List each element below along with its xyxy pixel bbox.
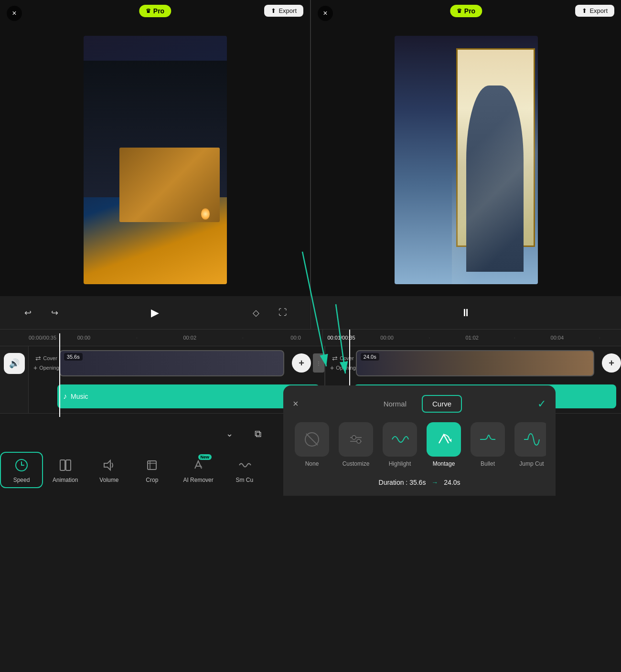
duration-result: 24.0s bbox=[444, 479, 460, 486]
volume-icon bbox=[100, 457, 118, 474]
keyframe-button[interactable]: ◇ bbox=[247, 304, 265, 321]
speed-option-customize[interactable]: Customize bbox=[337, 422, 375, 467]
chevron-down-icon[interactable]: ⌄ bbox=[223, 427, 236, 440]
duration-label: Duration : 35.6s bbox=[379, 479, 426, 486]
clip-duration-left: 35.6s bbox=[64, 353, 83, 361]
close-button-right[interactable]: × bbox=[318, 6, 333, 21]
ruler-left: 00:00/00:35 00:00 · 00:02 · 00:0 bbox=[0, 330, 323, 346]
video-track-left: ⇄ Cover + Opening 35.6s bbox=[29, 346, 324, 380]
music-note-icon-left: ♪ bbox=[63, 392, 67, 401]
tool-sm-cu[interactable]: Sm Cu bbox=[223, 453, 266, 487]
controls-right-group: ◇ ⛶ bbox=[247, 304, 291, 321]
tool-ai-remover[interactable]: New AI Remover bbox=[173, 453, 223, 487]
customize-option-icon bbox=[339, 422, 373, 457]
timecode-left: 00:00/00:35 bbox=[29, 335, 57, 341]
speed-options: None Customize bbox=[293, 422, 546, 471]
video-clip-right[interactable]: 24.0s bbox=[356, 350, 594, 376]
ruler-mark-r2: 01:02 bbox=[451, 335, 493, 341]
music-track-left: ♪ Music bbox=[29, 380, 324, 413]
timeline-left-controls: 🔊 bbox=[0, 346, 29, 413]
speed-option-bullet[interactable]: Bullet bbox=[469, 422, 507, 467]
crop-label: Crop bbox=[146, 477, 158, 483]
jump-cut-option-icon bbox=[514, 422, 546, 457]
export-button-left[interactable]: ⬆ Export bbox=[264, 5, 303, 17]
speed-duration-info: Duration : 35.6s → 24.0s bbox=[293, 479, 546, 486]
crown-icon-left: ♛ bbox=[146, 8, 151, 14]
highlight-option-icon bbox=[383, 422, 417, 457]
montage-option-icon bbox=[427, 422, 461, 457]
pro-button-right[interactable]: ♛ Pro bbox=[450, 5, 482, 17]
playhead-left bbox=[59, 333, 60, 417]
cover-btn-left[interactable]: ⇄ Cover bbox=[35, 354, 57, 362]
svg-rect-2 bbox=[66, 460, 71, 470]
speaker-button[interactable]: 🔊 bbox=[4, 353, 25, 374]
export-button-right[interactable]: ⬆ Export bbox=[575, 5, 614, 17]
controls-bar-wrapper: ↩ ↪ ▶ ◇ ⛶ ⏸ bbox=[0, 296, 621, 330]
speed-confirm-button[interactable]: ✓ bbox=[537, 398, 546, 410]
add-clip-button-left[interactable]: + bbox=[292, 353, 311, 373]
tool-volume[interactable]: Volume bbox=[87, 453, 130, 487]
jump-cut-option-label: Jump Cut bbox=[519, 460, 544, 467]
music-clip-left[interactable]: ♪ Music bbox=[57, 384, 320, 408]
ruler-right: 00:01/00:35 00:00 · 01:02 · 00:04 · bbox=[323, 330, 621, 346]
opening-btn-left[interactable]: + Opening bbox=[33, 364, 59, 372]
svg-marker-3 bbox=[104, 460, 110, 470]
video-clip-left[interactable]: 35.6s bbox=[59, 350, 284, 376]
ruler-mark-0b: 00:0 bbox=[269, 335, 322, 341]
bullet-option-label: Bullet bbox=[481, 460, 495, 467]
ruler-mark-r0: 00:00 bbox=[366, 335, 408, 341]
tool-animation[interactable]: Animation bbox=[43, 453, 87, 487]
opening-btn-right[interactable]: + Opening bbox=[330, 364, 356, 372]
clip-area-right: 24.0s + bbox=[356, 350, 621, 376]
timeline-left: ⇄ Cover + Opening 35.6s bbox=[0, 346, 324, 413]
ai-remover-label: AI Remover bbox=[183, 477, 213, 483]
montage-option-label: Montage bbox=[433, 460, 455, 467]
add-clip-button-right[interactable]: + bbox=[602, 353, 621, 373]
speed-tabs: Normal Curve bbox=[374, 395, 462, 413]
animation-icon bbox=[57, 457, 74, 474]
speed-option-none[interactable]: None bbox=[293, 422, 331, 467]
video-track-right: ⇄ Cover + Opening 24.0s bbox=[325, 346, 621, 380]
svg-rect-1 bbox=[60, 460, 65, 470]
controls-bar-left: ↩ ↪ ▶ ◇ ⛶ bbox=[0, 296, 311, 330]
cover-btn-right[interactable]: ⇄ Cover bbox=[332, 354, 353, 362]
tool-crop[interactable]: Crop bbox=[130, 453, 173, 487]
plus-icon-right: + bbox=[330, 364, 334, 372]
close-button-left[interactable]: × bbox=[7, 6, 22, 21]
bullet-option-icon bbox=[471, 422, 505, 457]
none-option-icon bbox=[295, 422, 329, 457]
video-preview-left bbox=[84, 36, 227, 284]
controls-left-group: ↩ ↪ bbox=[19, 304, 63, 321]
speed-option-montage[interactable]: Montage bbox=[425, 422, 463, 467]
speed-option-jump-cut[interactable]: Jump Cut bbox=[513, 422, 546, 467]
animation-label: Animation bbox=[53, 477, 78, 483]
ruler-mark-r4: 00:04 bbox=[536, 335, 578, 341]
preview-area: × ♛ Pro ⬆ Export × ♛ Pro ⬆ Export bbox=[0, 0, 621, 296]
redo-button[interactable]: ↪ bbox=[46, 304, 63, 321]
new-badge: New bbox=[198, 454, 212, 460]
highlight-option-label: Highlight bbox=[389, 460, 411, 467]
svg-line-11 bbox=[306, 434, 318, 445]
tab-curve[interactable]: Curve bbox=[422, 395, 462, 413]
tool-speed[interactable]: Speed bbox=[0, 452, 43, 488]
customize-option-label: Customize bbox=[343, 460, 370, 467]
duplicate-button[interactable]: ⧉ bbox=[247, 423, 268, 444]
speed-option-highlight[interactable]: Highlight bbox=[381, 422, 419, 467]
rulers-wrapper: 00:00/00:35 00:00 · 00:02 · 00:0 00:01/0… bbox=[0, 330, 621, 346]
pro-button-left[interactable]: ♛ Pro bbox=[139, 5, 171, 17]
clip-handle-left[interactable]: ⋮ bbox=[313, 353, 324, 373]
undo-button[interactable]: ↩ bbox=[19, 304, 36, 321]
sm-cu-icon bbox=[236, 457, 253, 474]
pause-button[interactable]: ⏸ bbox=[460, 307, 471, 319]
speed-close-button[interactable]: × bbox=[293, 398, 299, 409]
speed-curve-panel: × Normal Curve ✓ None bbox=[283, 385, 556, 496]
tab-normal[interactable]: Normal bbox=[374, 396, 416, 412]
cover-label-right: ⇄ Cover + Opening bbox=[330, 354, 356, 372]
play-button[interactable]: ▶ bbox=[146, 303, 165, 322]
crop-icon bbox=[143, 457, 161, 474]
none-option-label: None bbox=[305, 460, 319, 467]
svg-point-15 bbox=[357, 439, 361, 443]
fullscreen-button[interactable]: ⛶ bbox=[274, 304, 291, 321]
preview-panel-left: × ♛ Pro ⬆ Export bbox=[0, 0, 310, 296]
duration-arrow-icon: → bbox=[431, 479, 438, 486]
